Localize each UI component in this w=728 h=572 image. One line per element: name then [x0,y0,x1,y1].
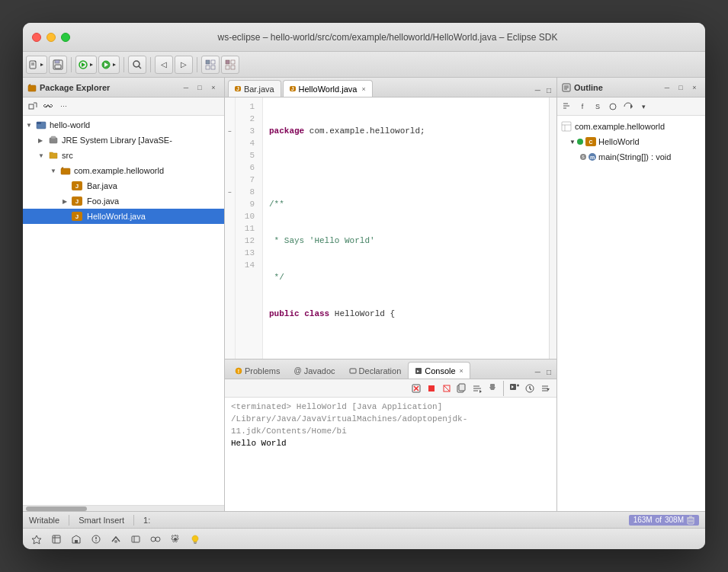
tab-console[interactable]: Console × [408,362,470,379]
minimize-panel-button[interactable]: ─ [180,81,192,94]
outline-hide-fields[interactable]: f [576,100,589,113]
open-perspective-button[interactable] [221,56,239,74]
code-line-6: public class HelloWorld { [269,308,543,320]
tree-item-bar[interactable]: ▶ J Bar.java [23,178,224,193]
java-icon-bar: J [72,181,82,190]
maximize-panel-button[interactable]: □ [194,81,206,94]
tree-arrow-hello-world[interactable]: ▼ [26,122,35,129]
close-outline-button[interactable]: × [688,81,701,94]
console-close-icon[interactable]: × [460,367,463,375]
tree-arrow-package[interactable]: ▼ [50,168,59,174]
tab-javadoc[interactable]: @ Javadoc [287,362,342,379]
editor-scrollbar[interactable] [549,97,556,359]
tree-item-foo[interactable]: ▶ J Foo.java [23,193,224,209]
outline-item-method[interactable]: $ m main(String[]) : void [557,149,705,165]
outline-item-package[interactable]: com.example.helloworld [557,119,705,134]
outline-sync-button[interactable] [621,100,635,113]
action-btn-6[interactable] [128,532,143,547]
outline-hide-non-public[interactable] [606,100,620,113]
statusbar-sep-1 [69,515,69,526]
tab-bar-java[interactable]: J Bar.java [228,80,281,97]
outline-toolbar: f S ▾ [557,97,705,116]
terminate-button[interactable] [425,382,438,395]
tree-item-helloworld[interactable]: ▶ J HelloWorld.java [23,209,224,224]
svg-point-91 [114,540,117,543]
action-btn-lightbulb[interactable] [188,532,203,547]
action-btn-gear[interactable] [168,532,183,547]
status-insert-mode: Smart Insert [79,516,124,525]
minimize-outline-button[interactable]: ─ [661,81,673,94]
action-btn-3[interactable] [69,532,84,547]
outline-sort-button[interactable] [560,100,574,113]
tree-arrow-src[interactable]: ▼ [38,152,47,159]
minimize-button[interactable] [47,33,56,42]
tab-close-helloworld[interactable]: × [361,85,365,93]
search-button[interactable] [128,56,146,74]
console-output[interactable]: <terminated> HelloWorld [Java Applicatio… [225,398,556,511]
tree-item-hello-world[interactable]: ▼ hello-world [23,117,224,133]
maximize-outline-button[interactable]: □ [675,81,687,94]
tab-label-console: Console [425,366,455,375]
problems-icon: ! [235,367,242,375]
new-console-button[interactable] [508,382,521,395]
outline-method-icon: m [588,153,596,161]
code-content[interactable]: package com.example.helloworld; /** * Sa… [263,97,549,359]
action-btn-2[interactable] [49,532,64,547]
main-area: Package Explorer ─ □ × ⋯ ▼ [23,78,705,511]
maximize-button[interactable] [61,33,70,42]
tree-label-bar: Bar.java [87,181,117,190]
outline-hide-static[interactable]: S [591,100,605,113]
remove-launch-button[interactable] [440,382,454,395]
maximize-editor-button[interactable]: □ [544,83,553,97]
clear-console-button[interactable] [409,382,423,395]
svg-rect-7 [55,65,61,69]
gutter-collapse-8[interactable]: − [225,186,235,198]
outline-view-menu[interactable]: ▾ [637,100,650,113]
tree-item-src[interactable]: ▼ src [23,148,224,163]
new-button[interactable] [26,56,47,74]
code-editor[interactable]: − − 1 [225,97,556,359]
action-btn-4[interactable] [88,532,104,547]
outline-arrow-class[interactable]: ▼ [569,139,577,145]
main-toolbar: ◁ ▷ [23,52,705,78]
next-edit-button[interactable]: ▷ [175,56,193,74]
run-button[interactable] [98,56,120,74]
toolbar-separator-4 [197,57,197,72]
tree-arrow-foo[interactable]: ▶ [63,198,72,205]
action-btn-1[interactable] [29,532,44,547]
scroll-lock-button[interactable] [470,382,484,395]
collapse-all-button[interactable] [26,100,40,113]
save-button[interactable] [49,56,67,74]
prev-edit-button[interactable]: ◁ [155,56,173,74]
minimize-editor-button[interactable]: ─ [533,83,543,97]
debug-button[interactable] [75,56,97,74]
link-editor-button[interactable] [41,100,55,113]
action-btn-7[interactable] [148,532,163,547]
maximize-bottom-button[interactable]: □ [544,365,553,379]
outline-label-method: main(String[]) : void [598,152,671,161]
perspective-button[interactable] [201,56,220,74]
tree-arrow-jre[interactable]: ▶ [38,137,47,144]
tree-label-package: com.example.helloworld [74,166,164,175]
tree-item-package[interactable]: ▼ com.example.helloworld [23,163,224,178]
package-explorer-scrollbar[interactable] [23,505,224,511]
tab-declaration[interactable]: Declaration [342,362,409,379]
action-btn-5[interactable] [108,532,123,547]
svg-point-14 [133,61,140,67]
close-panel-button[interactable]: × [207,81,220,94]
open-console-button[interactable] [523,382,537,395]
tab-problems[interactable]: ! Problems [228,362,287,379]
line-num-1: 1 [236,101,259,113]
view-menu-button[interactable] [538,382,552,395]
minimize-bottom-button[interactable]: ─ [533,365,543,379]
toolbar-btn-3[interactable]: ⋯ [56,100,70,113]
tab-helloworld-java[interactable]: J HelloWorld.java × [283,80,373,97]
gutter-collapse-3[interactable]: − [225,125,235,137]
status-memory[interactable]: 163M of 308M [629,515,699,526]
pin-console-button[interactable] [486,382,499,395]
copy-output-button[interactable] [455,382,469,395]
scrollbar-thumb[interactable] [26,506,87,511]
tree-item-jre[interactable]: ▶ JRE System Library [JavaSE- [23,133,224,148]
close-button[interactable] [32,33,41,42]
outline-item-class[interactable]: ▼ C HelloWorld [557,134,705,149]
